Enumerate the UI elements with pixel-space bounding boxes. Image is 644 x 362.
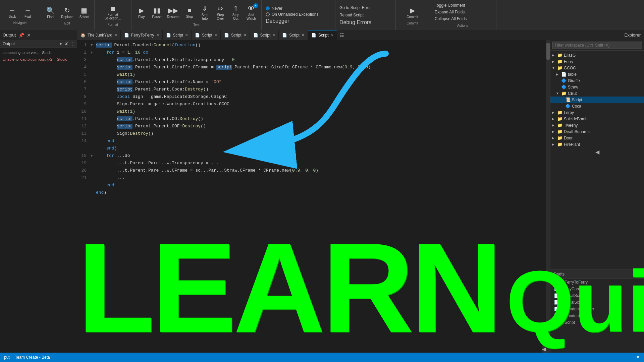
tab-script-active[interactable]: 📄 Script ✕ — [308, 30, 337, 40]
draft-ferrytoferry[interactable]: 📄 .../FerryToFerry — [550, 279, 644, 286]
tab-script-active-label: Script — [318, 33, 329, 38]
tree-item-gcoc[interactable]: ▼ 📁 GCOC — [550, 65, 644, 71]
output-side-title: Output — [3, 42, 15, 46]
play-button[interactable]: ▶ Play — [134, 5, 149, 20]
tab-script-5-icon: 📄 — [282, 33, 287, 38]
tab-script-5[interactable]: 📄 Script ✕ — [279, 30, 308, 40]
format-selection-button[interactable]: ◼ Format Selection... — [102, 3, 123, 21]
tab-junkyard[interactable]: 🏠 The JunkYard ✕ — [77, 30, 121, 40]
code-line-4: 4 script.Parent.Parent.Giraffe.CFrame = … — [77, 64, 550, 71]
code-line-12: 12 script.Parent.Parent.OOF:Destroy() — [77, 123, 550, 130]
tree-item-deathsquares[interactable]: ▶ 📁 DeathSquares — [550, 128, 644, 135]
actions-label: Actions — [457, 24, 468, 27]
tab-ferrytoferry-close[interactable]: ✕ — [156, 33, 159, 37]
fold-1[interactable]: ▼ — [91, 42, 96, 49]
replace-button[interactable]: ↻ Replace — [59, 5, 75, 20]
tree-item-coca[interactable]: 🔷 Coca — [550, 103, 644, 109]
tab-ferrytoferry[interactable]: 📄 FerryToFerry ✕ — [121, 30, 163, 40]
drafts-header: Drafts — [550, 269, 644, 279]
code-line-11: 11 script.Parent.Parent.OO:Destroy() — [77, 115, 550, 123]
tree-item-cbut[interactable]: ▼ 📁 CBut — [550, 90, 644, 97]
back-button[interactable]: ← Back — [5, 5, 20, 20]
editor-area[interactable]: 1 ▼ script.Parent.Touched:Connect(functi… — [77, 40, 550, 353]
tab-script-1-icon: 📄 — [166, 33, 171, 38]
toggle-comment-button[interactable]: Toggle Comment — [432, 2, 493, 8]
code-line-1: 1 ▼ script.Parent.Touched:Connect(functi… — [77, 42, 550, 49]
pause-button[interactable]: ▮▮ Pause — [150, 5, 164, 20]
fold-2[interactable]: ▼ — [91, 49, 96, 56]
tree-item-script-selected[interactable]: 📜 Script — [550, 97, 644, 103]
code-content[interactable]: 1 ▼ script.Parent.Touched:Connect(functi… — [77, 40, 550, 353]
tree-item-giraffe[interactable]: 🔷 Giraffe — [550, 77, 644, 84]
output-filter-icon[interactable]: ▼ — [59, 42, 63, 46]
explorer-search-input[interactable] — [552, 42, 642, 49]
tree-item-ferry[interactable]: ▶ 📁 Ferry — [550, 58, 644, 65]
tree-item-eliasg[interactable]: ▶ 📁 EliasG — [550, 52, 644, 58]
go-to-script-error-button[interactable]: Go to Script Error — [339, 5, 391, 11]
edit-label: Edit — [64, 21, 70, 25]
toolbar: ← Back → Fwd Navigate 🔍 Find ↻ Replace ▦… — [0, 0, 644, 30]
tree-item-tweeny[interactable]: ▶ 📁 Tweeny — [550, 122, 644, 128]
tab-script-active-close[interactable]: ✕ — [331, 34, 333, 37]
select-button[interactable]: ▦ Select — [77, 5, 92, 20]
tab-script-4[interactable]: 📄 Script ✕ — [250, 30, 279, 40]
commit-label: Commit — [407, 21, 418, 25]
tab-script-1-close[interactable]: ✕ — [185, 33, 188, 37]
stop-button[interactable]: ■ Stop — [182, 5, 197, 20]
forward-button[interactable]: → Fwd — [20, 5, 35, 20]
tab-script-5-label: Script — [289, 33, 300, 38]
tab-script-5-close[interactable]: ✕ — [302, 33, 304, 37]
step-out-button[interactable]: ⇑ Step Out — [228, 3, 243, 22]
tab-script-2[interactable]: 📄 Script ✕ — [192, 30, 221, 40]
tree-item-door[interactable]: ▶ 📁 Door — [550, 135, 644, 141]
add-watch-button[interactable]: 👁 + Add Watch — [244, 3, 259, 22]
expand-all-folds-button[interactable]: Expand All Folds — [432, 9, 493, 15]
draft-keycard[interactable]: 📄 .../KeyCard — [550, 286, 644, 292]
output-more-icon[interactable]: ⋮ — [70, 42, 74, 46]
tab-script-2-label: Script — [202, 33, 212, 38]
never-radio[interactable] — [266, 6, 270, 10]
tab-script-2-close[interactable]: ✕ — [214, 33, 217, 37]
draft-localscript-2[interactable]: 📄 .../LocalScript — [550, 299, 644, 306]
tab-junkyard-close[interactable]: ✕ — [114, 33, 117, 37]
format-label: Format — [107, 23, 118, 26]
editor-scrollbar[interactable] — [546, 40, 550, 353]
draft-randomnumber-1[interactable]: 📄 .../RandomNumber — [550, 306, 644, 312]
scroll-arrow-left[interactable]: ◀ — [542, 345, 546, 353]
tab-script-1[interactable]: 📄 Script ✕ — [163, 30, 192, 40]
step-into-button[interactable]: ⇓ Step Into — [198, 3, 212, 22]
draft-randomnum-2[interactable]: 📄 .../RandomNum... — [550, 312, 644, 319]
reload-script-button[interactable]: Reload Script — [339, 12, 391, 18]
tab-script-3-close[interactable]: ✕ — [244, 33, 246, 37]
fold-18[interactable]: ▼ — [91, 152, 96, 160]
log-line-1: connecting to server... - Studio — [1, 49, 75, 56]
tab-script-3[interactable]: 📄 Script ✕ — [221, 30, 250, 40]
tree-item-suicidebomb[interactable]: ▶ 📁 SuicideBomb — [550, 116, 644, 122]
collapse-all-folds-button[interactable]: Collapse All Folds — [432, 16, 493, 22]
explorer-panel: ▶ 📁 EliasG ▶ 📁 Ferry ▼ 📁 GCOC ▶ 📄 table — [550, 40, 644, 353]
on-unhandled-radio[interactable] — [266, 12, 270, 16]
tab-script-1-label: Script — [173, 33, 183, 38]
draft-script[interactable]: 📄 .../Script — [550, 319, 644, 326]
draft-localscript-1[interactable]: 📄 .../LocalScript — [550, 292, 644, 299]
tab-script-4-close[interactable]: ✕ — [272, 33, 275, 37]
collapse-tree-icon[interactable]: ◀ — [550, 147, 644, 157]
code-line-end2: end — [77, 182, 550, 189]
find-button[interactable]: 🔍 Find — [43, 5, 58, 20]
resume-button[interactable]: ▶▶ Resume — [165, 5, 181, 20]
explorer-tab-label[interactable]: Explorer — [621, 33, 644, 38]
status-dropdown-icon[interactable]: ▼ — [636, 355, 640, 360]
tree-item-fireplant[interactable]: ▶ 📁 FirePlant — [550, 141, 644, 147]
tree-item-lerpy[interactable]: ▶ 📁 Lerpy — [550, 109, 644, 116]
code-line-3: 3 script.Parent.Parent.Giraffe.Transpare… — [77, 56, 550, 64]
commit-button[interactable]: ▶ Commit — [405, 5, 420, 20]
pin-icon[interactable]: 📌 — [18, 33, 24, 38]
tree-item-straw[interactable]: 🔷 Straw — [550, 84, 644, 90]
step-over-button[interactable]: ⇔ Step Over — [213, 3, 228, 22]
close-output-icon[interactable]: ✕ — [27, 33, 31, 38]
code-line-19: 19 ...t.Parent.Pare...w.Transparency = .… — [77, 160, 550, 167]
output-clear-icon[interactable]: ✘ — [65, 42, 68, 46]
tree-item-table[interactable]: ▶ 📄 table — [550, 71, 644, 77]
status-left-text: put — [4, 355, 10, 360]
tab-grid-icon[interactable]: ☷ — [337, 30, 347, 40]
